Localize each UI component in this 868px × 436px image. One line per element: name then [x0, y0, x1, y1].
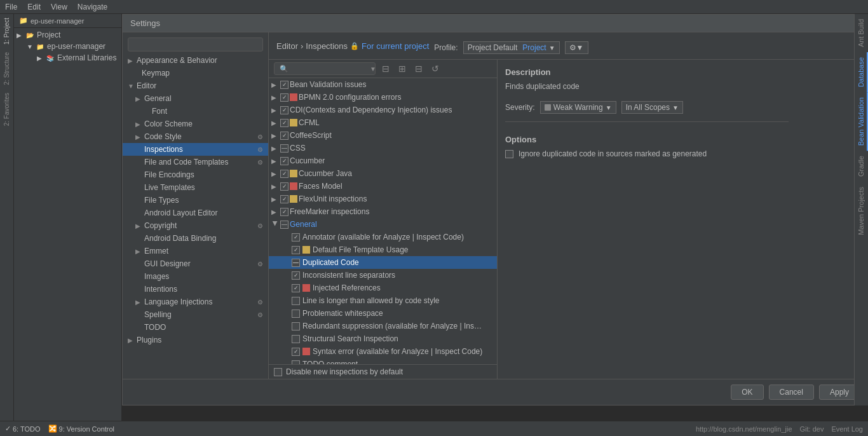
filter-button[interactable]: ⊟ [379, 62, 392, 75]
tree-item-external-libs[interactable]: ▶ 📚 External Libraries [14, 52, 121, 64]
nav-spelling[interactable]: Spelling ⚙ [123, 308, 268, 321]
group-flexunit[interactable]: ▶ FlexUnit inspections [269, 193, 497, 205]
nav-intentions[interactable]: Intentions [123, 283, 268, 296]
scope-select[interactable]: In All Scopes ▼ [621, 101, 683, 114]
tree-item-ep-user-manager[interactable]: ▼ 📁 ep-user-manager [14, 41, 121, 52]
profile-gear-button[interactable]: ⚙▼ [565, 41, 588, 54]
right-panel-bean-validation[interactable]: Bean Validation [855, 92, 868, 151]
vtab-structure[interactable]: 2: Structure [1, 48, 12, 89]
vtab-project[interactable]: 1: Project [1, 14, 12, 48]
insp-syntax-error[interactable]: Syntax error (available for Analyze | In… [269, 345, 497, 358]
group-bpmn[interactable]: ▶ BPMN 2.0 configuration errors [269, 91, 497, 104]
group-cucumber-java[interactable]: ▶ Cucumber Java [269, 167, 497, 180]
group-general[interactable]: ▶ General [269, 218, 497, 231]
nav-code-style[interactable]: ▶ Code Style ⚙ [123, 130, 268, 143]
insp-default-file-template[interactable]: Default File Template Usage [269, 243, 497, 256]
group-freemarker[interactable]: ▶ FreeMarker inspections [269, 205, 497, 218]
event-log[interactable]: Event Log [831, 425, 863, 433]
reset-button[interactable]: ↺ [429, 62, 442, 75]
nav-editor[interactable]: ▼ Editor [123, 79, 268, 92]
group-checkbox[interactable] [280, 144, 288, 153]
nav-keymap[interactable]: Keymap [123, 67, 268, 79]
item-checkbox[interactable] [292, 246, 300, 254]
group-cdi[interactable]: ▶ CDI(Contexts and Dependency Injection)… [269, 104, 497, 116]
insp-inconsistent-line[interactable]: Inconsistent line separators [269, 269, 497, 282]
nav-android-data-binding[interactable]: Android Data Binding [123, 232, 268, 245]
menu-view[interactable]: View [51, 3, 67, 11]
group-coffeescript[interactable]: ▶ CoffeeScript [269, 129, 497, 142]
group-css[interactable]: ▶ CSS [269, 142, 497, 154]
severity-select[interactable]: Weak Warning ▼ [540, 101, 616, 114]
nav-live-templates[interactable]: Live Templates [123, 181, 268, 194]
insp-line-longer[interactable]: Line is longer than allowed by code styl… [269, 294, 497, 307]
menu-edit[interactable]: Edit [27, 3, 41, 11]
tree-item-project[interactable]: ▶ 📂 Project [14, 29, 121, 41]
nav-file-encodings[interactable]: File Encodings [123, 168, 268, 181]
item-checkbox[interactable] [292, 348, 300, 356]
insp-structural-search[interactable]: Structural Search Inspection [269, 332, 497, 345]
group-checkbox[interactable] [280, 221, 288, 229]
nav-search-input[interactable] [128, 37, 263, 51]
insp-problematic-whitespace[interactable]: Problematic whitespace [269, 307, 497, 320]
item-checkbox[interactable] [292, 297, 300, 305]
nav-todo[interactable]: TODO [123, 321, 268, 334]
group-checkbox[interactable] [280, 93, 288, 102]
nav-plugins[interactable]: ▶ Plugins [123, 334, 268, 346]
inspection-search-input[interactable] [291, 64, 367, 73]
disable-new-inspections-checkbox[interactable] [274, 368, 282, 376]
bottom-tab-vcs[interactable]: 🔀 9: Version Control [48, 425, 114, 433]
item-checkbox[interactable] [292, 322, 300, 330]
right-panel-maven[interactable]: Maven Projects [855, 182, 868, 240]
nav-android-layout[interactable]: Android Layout Editor [123, 207, 268, 219]
nav-emmet[interactable]: ▶ Emmet [123, 245, 268, 257]
insp-injected-references[interactable]: Injected References [269, 282, 497, 294]
item-checkbox[interactable] [292, 259, 300, 267]
expand-all-button[interactable]: ⊞ [396, 62, 409, 75]
group-checkbox[interactable] [280, 132, 288, 140]
right-panel-ant-build[interactable]: Ant Build [855, 14, 868, 52]
nav-color-scheme[interactable]: ▶ Color Scheme [123, 118, 268, 130]
option-checkbox[interactable] [505, 150, 513, 158]
group-checkbox[interactable] [280, 195, 288, 203]
menu-file[interactable]: File [5, 3, 17, 11]
ok-button[interactable]: OK [731, 385, 763, 400]
group-checkbox[interactable] [280, 157, 288, 165]
group-checkbox[interactable] [280, 81, 288, 89]
item-checkbox[interactable] [292, 310, 300, 318]
item-checkbox[interactable] [292, 233, 300, 242]
group-checkbox[interactable] [280, 208, 288, 216]
nav-appearance-behavior[interactable]: ▶ Appearance & Behavior [123, 54, 268, 67]
nav-font[interactable]: Font [123, 105, 268, 118]
insp-redundant-suppression[interactable]: Redundant suppression (available for Ana… [269, 320, 497, 332]
nav-general[interactable]: ▶ General [123, 92, 268, 105]
right-panel-database[interactable]: Database [855, 52, 868, 92]
insp-duplicated-code[interactable]: Duplicated Code [269, 256, 497, 269]
group-bean-validation[interactable]: ▶ Bean Validation issues [269, 78, 497, 91]
cancel-button[interactable]: Cancel [769, 385, 814, 400]
group-checkbox[interactable] [280, 119, 288, 127]
nav-images[interactable]: Images [123, 270, 268, 283]
group-checkbox[interactable] [280, 182, 288, 191]
search-dropdown-icon[interactable]: ▼ [370, 65, 376, 72]
right-panel-gradle[interactable]: Gradle [855, 151, 868, 182]
menu-navigate[interactable]: Navigate [78, 3, 107, 11]
breadcrumb-project-tag[interactable]: For current project [362, 41, 429, 51]
group-cucumber[interactable]: ▶ Cucumber [269, 154, 497, 167]
group-faces-model[interactable]: ▶ Faces Model [269, 180, 497, 193]
group-checkbox[interactable] [280, 106, 288, 114]
item-checkbox[interactable] [292, 284, 300, 292]
group-cfml[interactable]: ▶ CFML [269, 116, 497, 129]
item-checkbox[interactable] [292, 271, 300, 280]
group-checkbox[interactable] [280, 170, 288, 178]
nav-inspections[interactable]: Inspections ⚙ [123, 143, 268, 156]
insp-annotator[interactable]: Annotator (available for Analyze | Inspe… [269, 231, 497, 243]
insp-todo-comment[interactable]: TODO comment [269, 358, 497, 364]
bottom-tab-todo[interactable]: ✓ 6: TODO [5, 425, 41, 433]
vtab-favorites[interactable]: 2: Favorites [1, 89, 12, 130]
nav-gui-designer[interactable]: GUI Designer ⚙ [123, 257, 268, 270]
profile-select[interactable]: Project Default Project ▼ [463, 41, 560, 54]
nav-language-injections[interactable]: ▶ Language Injections ⚙ [123, 296, 268, 308]
nav-copyright[interactable]: ▶ Copyright ⚙ [123, 219, 268, 232]
nav-file-types[interactable]: File Types [123, 194, 268, 207]
collapse-all-button[interactable]: ⊟ [412, 62, 425, 75]
